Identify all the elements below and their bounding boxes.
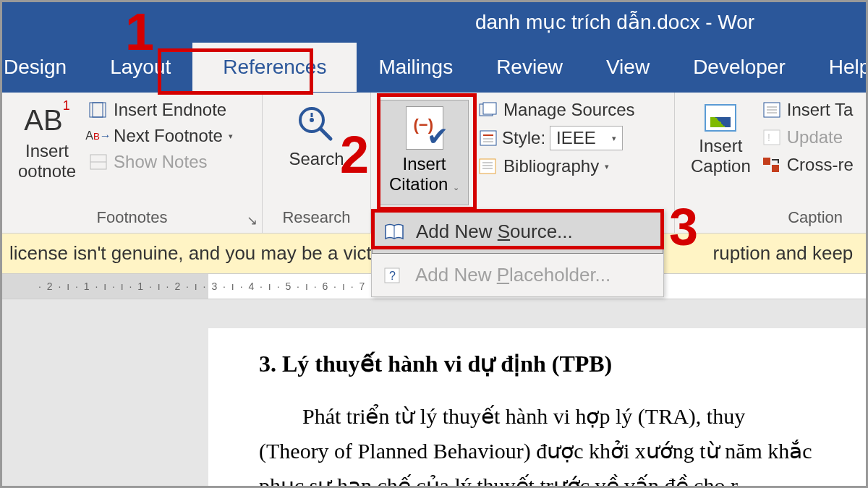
- footnote-icon: AB1: [24, 104, 69, 137]
- document-title: danh mục trích dẫn.docx - Wor: [475, 10, 754, 34]
- chevron-down-icon: ▾: [612, 134, 616, 143]
- svg-rect-25: [772, 165, 779, 172]
- bibliography-label: Bibliography: [503, 156, 599, 176]
- insert-citation-label1: Insert: [403, 154, 446, 174]
- citation-style-selector[interactable]: Style: IEEE ▾: [479, 126, 634, 150]
- update-icon: !: [762, 129, 781, 146]
- placeholder-icon: ?: [383, 267, 404, 284]
- insert-table-figures-label: Insert Ta: [787, 100, 854, 120]
- cross-reference-button[interactable]: Cross-re: [762, 155, 854, 175]
- svg-text:!: !: [767, 132, 770, 143]
- tab-developer[interactable]: Developer: [671, 43, 807, 92]
- svg-point-5: [310, 118, 314, 122]
- bibliography-button[interactable]: Bibliography ▾: [479, 156, 634, 176]
- next-footnote-button[interactable]: AB→ Next Footnote ▾: [89, 126, 233, 146]
- add-new-placeholder-item[interactable]: ? Add New Placeholder...: [372, 254, 663, 296]
- add-new-source-item[interactable]: Add New Source...: [372, 210, 663, 254]
- insert-citation-button[interactable]: (−) ✔ Insert Citation ⌄: [380, 100, 469, 205]
- show-notes-label: Show Notes: [114, 152, 207, 172]
- style-icon: [479, 129, 498, 147]
- manage-sources-icon: [479, 101, 498, 119]
- bibliography-icon: [479, 158, 498, 175]
- insert-endnote-label: Insert Endnote: [114, 100, 226, 120]
- caption-icon: [705, 104, 736, 132]
- endnote-icon: [89, 101, 108, 119]
- insert-endnote-button[interactable]: Insert Endnote: [89, 100, 233, 120]
- warning-text-left: license isn't genuine, and you may be a …: [9, 242, 391, 264]
- insert-caption-label2: Caption: [691, 156, 751, 176]
- title-bar: danh mục trích dẫn.docx - Wor: [2, 2, 866, 42]
- insert-caption-button[interactable]: InsertCaption: [684, 100, 758, 205]
- chevron-down-icon: ▾: [229, 132, 233, 141]
- cross-ref-icon: [762, 156, 781, 174]
- tab-view[interactable]: View: [584, 43, 671, 92]
- search-label: Search: [289, 149, 344, 169]
- footnotes-launcher-icon[interactable]: ↘: [247, 213, 258, 228]
- document-heading: 3. Lý thuyết hành vi dự định (TPB): [259, 350, 815, 377]
- insert-footnote-button[interactable]: AB1 Insertootnote: [11, 100, 83, 205]
- tab-design[interactable]: Design: [2, 43, 88, 92]
- insert-table-figures-button[interactable]: Insert Ta: [762, 100, 854, 120]
- warning-text-right: ruption and keep: [713, 242, 854, 264]
- document-paragraph: Phát triển từ lý thuyết hành vi hợp lý (…: [259, 399, 815, 488]
- insert-caption-label1: Insert: [699, 136, 742, 155]
- svg-rect-10: [480, 131, 496, 145]
- svg-rect-1: [93, 103, 106, 117]
- insert-footnote-label2: ootnote: [18, 161, 76, 181]
- book-icon: [384, 223, 404, 241]
- chevron-down-icon: ⌄: [453, 183, 459, 192]
- group-footnotes-label: Footnotes: [11, 205, 253, 230]
- search-icon: [296, 104, 336, 145]
- manage-sources-button[interactable]: Manage Sources: [479, 100, 634, 120]
- table-figures-icon: [762, 101, 781, 119]
- group-captions: InsertCaption Insert Ta ! Update: [675, 93, 866, 233]
- style-value: IEEE: [556, 128, 596, 148]
- group-captions-label: Caption: [684, 205, 857, 230]
- chevron-down-icon: ▾: [605, 162, 609, 171]
- citation-icon: (−) ✔: [406, 106, 443, 150]
- svg-rect-9: [483, 103, 496, 114]
- add-new-placeholder-label: Add New Placeholder...: [415, 264, 610, 286]
- group-research: Search Research: [263, 93, 371, 233]
- svg-text:?: ?: [389, 270, 396, 282]
- group-footnotes: AB1 Insertootnote Insert Endnote AB→ Nex…: [2, 93, 263, 233]
- tab-help[interactable]: Help: [807, 43, 868, 92]
- insert-footnote-label1: Insert: [25, 141, 69, 160]
- insert-citation-label2: Citation: [389, 174, 448, 194]
- next-footnote-label: Next Footnote: [114, 126, 223, 146]
- document-page[interactable]: 3. Lý thuyết hành vi dự định (TPB) Phát …: [208, 328, 866, 488]
- tab-references[interactable]: References: [192, 43, 357, 92]
- next-footnote-icon: AB→: [89, 127, 108, 145]
- svg-rect-14: [480, 159, 495, 174]
- update-table-button[interactable]: ! Update: [762, 127, 854, 147]
- show-notes-icon: [89, 153, 108, 171]
- cross-ref-label: Cross-re: [787, 155, 854, 175]
- insert-citation-dropdown: Add New Source... ? Add New Placeholder.…: [371, 209, 664, 297]
- search-button[interactable]: Search: [281, 100, 351, 205]
- svg-rect-24: [763, 158, 770, 165]
- style-label: Style:: [502, 128, 545, 148]
- add-new-source-label: Add New Source...: [416, 221, 573, 243]
- ribbon-tabs: Design Layout References Mailings Review…: [2, 42, 866, 93]
- group-research-label: Research: [271, 205, 362, 230]
- tab-mailings[interactable]: Mailings: [357, 43, 475, 92]
- tab-layout[interactable]: Layout: [88, 43, 192, 92]
- svg-rect-0: [90, 103, 103, 117]
- manage-sources-label: Manage Sources: [503, 100, 634, 120]
- update-label: Update: [787, 127, 843, 147]
- style-dropdown[interactable]: IEEE ▾: [550, 126, 623, 150]
- svg-line-7: [320, 129, 331, 139]
- svg-rect-22: [764, 130, 780, 145]
- document-area: 3. Lý thuyết hành vi dự định (TPB) Phát …: [2, 299, 866, 488]
- tab-review[interactable]: Review: [475, 43, 584, 92]
- show-notes-button[interactable]: Show Notes: [89, 152, 233, 172]
